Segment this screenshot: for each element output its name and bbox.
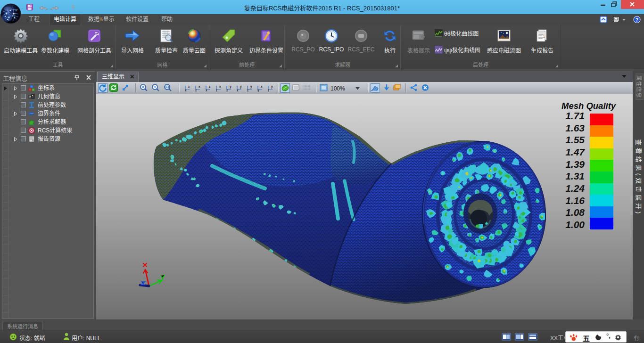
svg-text:z: z	[216, 89, 218, 92]
svg-text:x: x	[261, 85, 263, 88]
svg-text:?: ?	[636, 17, 638, 23]
svg-text:z: z	[195, 89, 197, 92]
svg-text:y: y	[257, 89, 259, 92]
svg-text:z: z	[247, 89, 249, 92]
svg-text:z: z	[226, 89, 228, 92]
svg-text:z: z	[188, 85, 190, 88]
svg-text:y: y	[240, 85, 242, 89]
svg-text:x: x	[219, 85, 221, 88]
svg-text:x: x	[237, 89, 239, 92]
svg-text:y: y	[271, 85, 273, 89]
svg-text:z: z	[209, 85, 211, 88]
svg-text:y: y	[230, 85, 231, 89]
svg-text:x: x	[206, 89, 207, 92]
svg-text:x: x	[185, 89, 187, 92]
svg-text:y: y	[250, 85, 252, 89]
svg-text:z: z	[268, 89, 270, 92]
svg-text:x: x	[198, 85, 200, 88]
svg-text:100%: 100%	[330, 85, 345, 92]
